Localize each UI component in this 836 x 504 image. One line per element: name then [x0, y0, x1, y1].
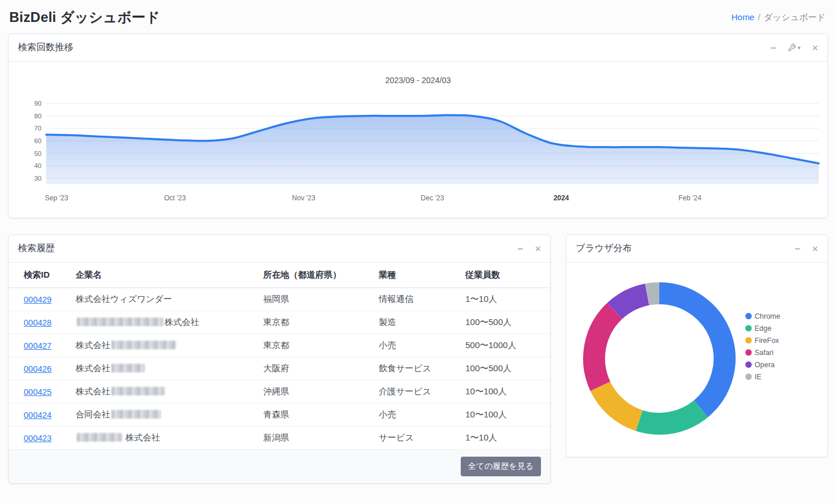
location-cell: 沖縄県	[256, 380, 372, 404]
employees-cell: 10〜100人	[458, 380, 550, 404]
search-history-table: 検索ID 企業名 所在地（都道府県） 業種 従業員数 000429 株式会社ウィ…	[9, 263, 550, 450]
employees-cell: 1〜10人	[458, 288, 550, 311]
svg-text:2024: 2024	[554, 194, 569, 202]
blurred-text	[77, 318, 163, 326]
history-footer: 全ての履歴を見る	[9, 450, 550, 483]
donut-segment-chrome	[659, 293, 725, 409]
table-row: 000427 株式会社 東京都 小売 500〜1000人	[9, 334, 550, 357]
table-row: 000424 合同会社 青森県 小売 10〜100人	[9, 404, 550, 427]
search-history-panel-header: 検索履歴 − ×	[9, 235, 550, 263]
table-row: 000429 株式会社ウィズワンダー 福岡県 情報通信 1〜10人	[9, 288, 550, 311]
search-trend-title: 検索回数推移	[18, 42, 73, 54]
wrench-icon	[788, 43, 796, 52]
breadcrumb-separator: /	[758, 12, 760, 22]
company-name-cell: 株式会社	[69, 311, 256, 334]
company-name-cell: 株式会社	[69, 427, 256, 450]
browser-panel-header: ブラウザ分布 − ×	[566, 235, 827, 263]
svg-text:40: 40	[34, 162, 42, 169]
browser-distribution-title: ブラウザ分布	[576, 242, 632, 255]
industry-cell: 情報通信	[372, 288, 458, 311]
column-header-location: 所在地（都道府県）	[256, 263, 372, 288]
blurred-text	[111, 364, 145, 372]
svg-text:Feb '24: Feb '24	[678, 194, 701, 202]
search-history-title: 検索履歴	[18, 242, 55, 255]
svg-text:60: 60	[34, 137, 42, 144]
legend-dot	[745, 374, 752, 380]
minimize-icon[interactable]: −	[517, 244, 524, 254]
legend-item-ie[interactable]: IE	[745, 373, 780, 381]
industry-cell: 介護サービス	[372, 380, 458, 404]
search-id-link[interactable]: 000426	[24, 364, 51, 374]
breadcrumb: Home/ダッシュボード	[732, 12, 826, 23]
browser-distribution-panel: ブラウザ分布 − × ChromeEdgeFireFoxSafariOperaI…	[566, 234, 828, 457]
employees-cell: 100〜500人	[458, 357, 550, 380]
search-id-link[interactable]: 000428	[24, 318, 51, 327]
legend-item-edge[interactable]: Edge	[745, 324, 780, 333]
svg-text:Oct '23: Oct '23	[164, 194, 186, 202]
industry-cell: 小売	[372, 404, 458, 427]
page-title: BizDeli ダッシュボード	[9, 8, 160, 27]
company-name-cell: 株式会社	[69, 334, 256, 357]
blurred-text	[77, 433, 122, 442]
legend-dot	[745, 361, 752, 368]
donut-segment-firefox	[600, 386, 639, 420]
legend-label: IE	[755, 373, 762, 381]
search-id-link[interactable]: 000429	[24, 295, 51, 304]
location-cell: 青森県	[256, 404, 372, 427]
close-icon[interactable]: ×	[535, 244, 541, 254]
chart-tools-button[interactable]: ▾	[788, 43, 800, 52]
location-cell: 新潟県	[256, 427, 372, 450]
search-trend-panel: 検索回数推移 − ▾ × 2023/09 - 2024/03 304050607…	[8, 33, 828, 218]
blurred-text	[111, 341, 176, 349]
location-cell: 東京都	[256, 334, 372, 357]
search-trend-panel-header: 検索回数推移 − ▾ ×	[9, 34, 827, 62]
table-row: 000426 株式会社 大阪府 飲食サービス 100〜500人	[9, 357, 550, 380]
company-name-cell: 合同会社	[69, 404, 256, 427]
table-header-row: 検索ID 企業名 所在地（都道府県） 業種 従業員数	[9, 263, 550, 288]
breadcrumb-home-link[interactable]: Home	[732, 12, 755, 22]
svg-text:Dec '23: Dec '23	[421, 194, 445, 202]
legend-item-firefox[interactable]: FireFox	[745, 337, 780, 345]
chevron-down-icon: ▾	[797, 45, 800, 51]
legend-dot	[745, 325, 752, 331]
legend-item-opera[interactable]: Opera	[745, 361, 780, 369]
legend-label: Chrome	[755, 312, 780, 320]
column-header-employees: 従業員数	[458, 263, 550, 288]
search-id-link[interactable]: 000423	[24, 434, 51, 443]
svg-text:70: 70	[34, 125, 42, 132]
donut-segment-edge	[639, 409, 701, 424]
industry-cell: 製造	[372, 311, 458, 334]
column-header-industry: 業種	[372, 263, 458, 288]
svg-text:Sep '23: Sep '23	[45, 194, 69, 202]
minimize-icon[interactable]: −	[794, 244, 801, 254]
blurred-text	[111, 387, 165, 395]
minimize-icon[interactable]: −	[770, 43, 777, 53]
close-icon[interactable]: ×	[812, 43, 818, 53]
search-id-link[interactable]: 000427	[24, 341, 51, 350]
legend-dot	[745, 349, 752, 356]
browser-donut-chart	[576, 278, 743, 442]
table-row: 000425 株式会社 沖縄県 介護サービス 10〜100人	[9, 380, 550, 404]
legend-item-safari[interactable]: Safari	[745, 349, 780, 357]
svg-text:90: 90	[34, 100, 42, 107]
location-cell: 東京都	[256, 311, 372, 334]
svg-text:80: 80	[34, 113, 42, 120]
donut-segment-ie	[647, 293, 659, 294]
employees-cell: 1〜10人	[458, 427, 550, 450]
legend-item-chrome[interactable]: Chrome	[745, 312, 780, 320]
svg-text:30: 30	[34, 175, 42, 182]
search-id-link[interactable]: 000424	[24, 410, 51, 420]
chart-title: 2023/09 - 2024/03	[16, 65, 820, 94]
search-id-link[interactable]: 000425	[24, 387, 51, 397]
location-cell: 大阪府	[256, 357, 372, 380]
search-trend-area-chart: 30405060708090Sep '23Oct '23Nov '23Dec '…	[16, 94, 820, 207]
legend-label: Opera	[755, 361, 775, 369]
donut-legend: ChromeEdgeFireFoxSafariOperaIE	[743, 308, 785, 385]
column-header-search-id: 検索ID	[9, 263, 69, 288]
employees-cell: 10〜100人	[458, 404, 550, 427]
column-header-company: 企業名	[69, 263, 256, 288]
view-all-history-button[interactable]: 全ての履歴を見る	[461, 457, 541, 476]
employees-cell: 100〜500人	[458, 311, 550, 334]
close-icon[interactable]: ×	[812, 244, 818, 254]
page-header: BizDeli ダッシュボード Home/ダッシュボード	[0, 0, 836, 32]
